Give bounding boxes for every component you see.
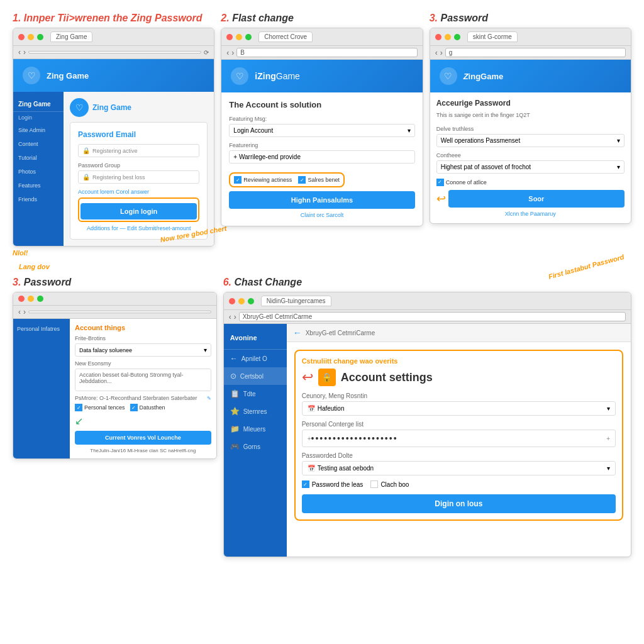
delve-select[interactable]: Well operations Passmenset ▾	[436, 134, 625, 147]
back-btn-4[interactable]: ‹	[18, 308, 21, 316]
forward-btn-2[interactable]: ›	[231, 48, 234, 57]
step6-titlebar: NidinG-tuingercames	[224, 292, 631, 310]
date-select[interactable]: 📅 Testing asat oebodn ▾	[302, 461, 616, 475]
address-input-6[interactable]: XbruyG-etI CetmriCarme	[239, 312, 626, 321]
country-value: Hafeution	[318, 405, 345, 412]
password-input[interactable]: 🔒 Registering best loss	[78, 170, 199, 184]
password-lock-icon: 🔒	[82, 174, 90, 180]
sidebar-item-5[interactable]: Features	[13, 179, 64, 192]
page-container: 1. Innper Tii>wrenen the Zing Password Z…	[0, 0, 644, 644]
password-leas-checkbox[interactable]: ✓ Password the leas	[302, 480, 364, 488]
edit-btn[interactable]: ✎	[207, 396, 211, 401]
sidebar-nav: Zing Game Login Site Admin Content Tutor…	[13, 92, 64, 246]
contheee-select[interactable]: Highest pat of assovet of frochot ▾	[436, 160, 625, 174]
forward-btn-4[interactable]: ›	[23, 308, 26, 316]
cancel-link[interactable]: Claint orc Sarcolt	[229, 212, 414, 218]
step3-logo-icon: ♡	[440, 67, 457, 85]
frite-select[interactable]: Data falacy soluenee ▾	[75, 343, 211, 357]
country-select-inner: 📅 Hafeution	[308, 405, 345, 412]
breadcrumb: XbruyG-etI CetmriCarme	[306, 330, 375, 336]
nav-label-apnilet: Apnilet O	[242, 355, 267, 362]
step3-addressbar: ‹ › g	[430, 46, 631, 60]
back-nav-icon[interactable]: ←	[293, 328, 302, 338]
browser-tab-2[interactable]: Chorrect Crove	[258, 31, 313, 42]
nav-item-gorns[interactable]: 🎮 Gorns	[224, 438, 287, 455]
settings-title-row: ↩ 🔒 Account settings	[302, 369, 616, 386]
remember-link[interactable]: Account lorem Corol answer	[78, 189, 199, 195]
submit-button-2[interactable]: Highn Painsalulms	[229, 191, 414, 209]
sidebar-item-4[interactable]: Photos	[13, 165, 64, 179]
address-input[interactable]	[28, 51, 201, 53]
forgot-link[interactable]: Additions for — Edit Submit/reset-amount	[78, 225, 199, 231]
bottom-row: 3. Password ‹ › Personal Infatres	[13, 277, 631, 557]
refresh-icon[interactable]: ⟳	[204, 49, 209, 56]
date-select-inner: 📅 Testing asat oebodn	[308, 465, 374, 472]
featurering-input[interactable]: + Warrilege-end provide	[229, 150, 414, 164]
nav-item-apnilet[interactable]: ← Apnilet O	[224, 350, 287, 367]
sidebar-item-2[interactable]: Content	[13, 137, 64, 151]
step2-logo-text: iZingGame	[255, 71, 300, 81]
back-btn[interactable]: ‹	[18, 48, 21, 57]
step3-desc: This is sanige cerit in the finger 1Q2T	[436, 111, 625, 119]
textarea-field[interactable]: Accation besset 6al-Butong Stronmg tyal-…	[75, 369, 211, 391]
submit-button-3[interactable]: Soor	[448, 190, 625, 208]
country-select[interactable]: 📅 Hafeution ▾	[302, 401, 616, 416]
featuring-select[interactable]: Login Account ▾	[229, 124, 414, 137]
delve-value: Well operations Passmenset	[441, 137, 521, 144]
dot-yellow-2	[236, 34, 242, 40]
checkbox-reviewing[interactable]: ✓ Reviewing actiness	[234, 176, 292, 184]
step3-btn-row: ↩ Soor	[436, 190, 625, 208]
nav-item-tdte[interactable]: 📋 Tdte	[224, 385, 287, 402]
address-input-4[interactable]	[28, 311, 211, 313]
date-label: Passworded Dolte	[302, 452, 616, 459]
nav-item-certsbol[interactable]: ⊙ Certsbol	[224, 367, 287, 385]
contheee-group: Contheee Highest pat of assovet of froch…	[436, 152, 625, 174]
login-logo-circle: ♡	[70, 98, 89, 117]
forward-btn-6[interactable]: ›	[234, 313, 236, 321]
personal-checkbox[interactable]: ✓ Personal tences	[75, 404, 125, 411]
personal-box: ✓	[75, 404, 82, 411]
sidebar-header-6: Avonine	[224, 329, 287, 350]
calendar-icon: 📅	[308, 405, 315, 412]
sidebar-item-a[interactable]: Personal Infatres	[13, 323, 70, 335]
featurering-label: Featurering	[229, 142, 414, 148]
checkbox-salres[interactable]: ✓ Salres benet	[298, 176, 340, 184]
forgot-password-link[interactable]: Xlcnn the Paamaruy	[436, 211, 625, 217]
panel3-content: Acceurige Password This is sanige cerit …	[430, 92, 631, 223]
address-input-3[interactable]: g	[445, 48, 626, 57]
login-logo-area: ♡ Zing Game	[70, 98, 208, 117]
p6-submit-button[interactable]: Digin on lous	[302, 494, 616, 513]
login-main: ♡ Zing Game Password Email 🔒 Registering…	[64, 92, 214, 246]
back-btn-3[interactable]: ‹	[435, 48, 438, 57]
address-input-2[interactable]: B	[236, 48, 417, 57]
back-btn-6[interactable]: ‹	[229, 313, 231, 321]
username-group: 🔒 Registering active	[78, 144, 199, 157]
browser-tab-3[interactable]: skint G-corme	[467, 31, 518, 42]
submit-button-4[interactable]: Current Vonres Vol Lounche	[75, 431, 211, 445]
password-change-input[interactable]: + •••••••••••••••••••• +	[302, 430, 616, 447]
nav-item-sternres[interactable]: ⭐ Sternres	[224, 402, 287, 420]
checkbox-label-2: Salres benet	[308, 177, 340, 183]
browser-tab[interactable]: Zing Game	[50, 31, 92, 42]
browser-tab-6[interactable]: NidinG-tuingercames	[261, 296, 331, 306]
featuring-label: Featuring Msg:	[229, 116, 414, 122]
clach-boo-checkbox[interactable]: Clach boo	[370, 480, 409, 488]
forward-btn[interactable]: ›	[23, 48, 26, 57]
zinggame-header: ♡ Zing Game	[13, 59, 214, 92]
nav-item-mleuers[interactable]: 📁 Mleuers	[224, 420, 287, 438]
password-change-label: Personal Conterge list	[302, 421, 616, 428]
sidebar-item-6[interactable]: Friends	[13, 192, 64, 206]
sidebar-item-3[interactable]: Tutorial	[13, 151, 64, 165]
login-button[interactable]: Login login	[80, 203, 197, 219]
forward-btn-3[interactable]: ›	[440, 48, 443, 57]
sidebar-item-1[interactable]: Site Admin	[13, 123, 64, 137]
conone-checkbox[interactable]: ✓ Conone of atlice	[436, 179, 625, 186]
dot-red-4	[18, 296, 25, 302]
dot-green-6	[248, 298, 254, 304]
step2-section: 2. Flast change Chorrect Crove ‹ › B ♡ i	[221, 13, 423, 257]
checkbox-box-2: ✓	[298, 176, 306, 184]
back-btn-2[interactable]: ‹	[226, 48, 229, 57]
username-input[interactable]: 🔒 Registering active	[78, 144, 199, 157]
datusthen-checkbox[interactable]: ✓ Datusthen	[130, 404, 165, 411]
browser-addressbar: ‹ › ⟳	[13, 46, 214, 59]
